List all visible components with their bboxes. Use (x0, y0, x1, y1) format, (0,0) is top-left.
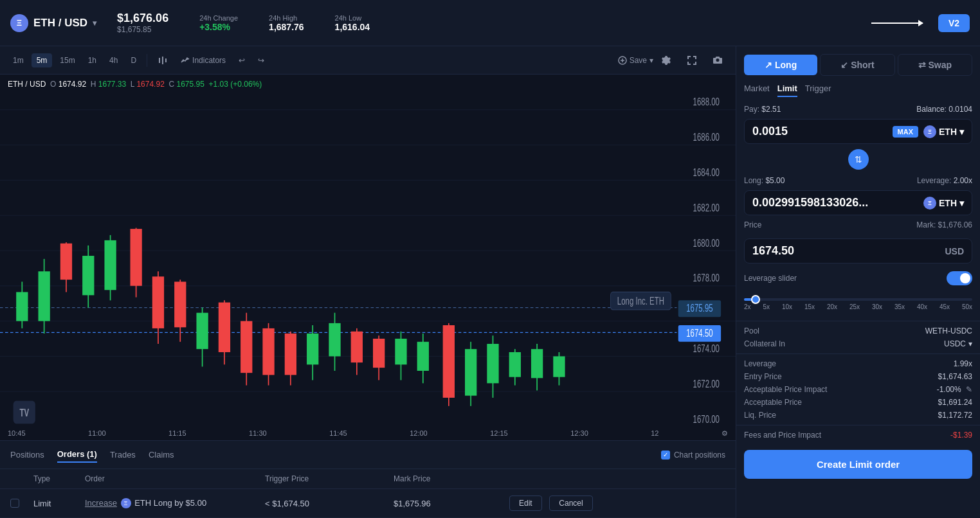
chart-xaxis: 10:45 11:00 11:15 11:30 11:45 12:00 12:1… (0, 427, 736, 440)
chart-positions-toggle[interactable]: ✓ Chart positions (661, 451, 725, 460)
slider-label-15x: 15x (804, 303, 815, 310)
orders-table: Type Order Trigger Price Mark Price Limi… (0, 469, 736, 518)
svg-rect-69 (443, 325, 455, 398)
pool-key: Pool (744, 326, 759, 335)
tab-orders[interactable]: Orders (1) (57, 447, 97, 463)
svg-rect-2 (165, 58, 167, 62)
xaxis-label: 11:30 (249, 429, 267, 438)
svg-text:1674.00: 1674.00 (693, 343, 720, 354)
svg-rect-37 (82, 256, 94, 295)
row-checkbox[interactable] (10, 499, 33, 508)
settings-btn[interactable] (656, 53, 676, 68)
price-row-labels: Price Mark: $1,676.06 (744, 220, 972, 229)
collateral-dropdown[interactable]: USDC ▾ (944, 339, 972, 348)
col-order: Order (85, 474, 265, 483)
pay-token-label: ETH (939, 127, 957, 137)
svg-rect-53 (262, 328, 274, 375)
slider-container: 2x 5x 10x 15x 20x 25x 30x 35x 40x 45x 50… (744, 290, 972, 313)
col-trigger: Trigger Price (265, 474, 394, 483)
svg-rect-77 (531, 349, 543, 378)
low-value: 1,616.04 (335, 22, 370, 32)
pair-icon: Ξ (10, 14, 28, 32)
timeframe-4h[interactable]: 4h (104, 53, 123, 67)
tab-positions[interactable]: Positions (10, 447, 44, 462)
timeframe-15m[interactable]: 15m (55, 53, 80, 67)
svg-text:1684.00: 1684.00 (693, 166, 720, 178)
col-mark: Mark Price (394, 474, 509, 483)
order-link[interactable]: Increase (85, 498, 117, 508)
long-token-selector[interactable]: Ξ ETH ▾ (923, 197, 964, 210)
svg-rect-75 (509, 352, 521, 377)
slider-label-35x: 35x (894, 303, 905, 310)
svg-text:1672.00: 1672.00 (693, 378, 720, 389)
timeframe-1m[interactable]: 1m (8, 53, 29, 67)
main-content: 1m 5m 15m 1h 4h D Indicators ↩ ↪ Save ▾ (0, 46, 980, 518)
leverage-slider-track[interactable] (744, 298, 972, 301)
swap-direction-button[interactable]: ⇅ (848, 149, 869, 170)
edit-price-impact-icon[interactable]: ✎ (966, 385, 972, 394)
cancel-button[interactable]: Cancel (549, 496, 592, 511)
long-input-group[interactable]: 0.002991598133026... Ξ ETH ▾ (744, 190, 972, 215)
timeframe-5m[interactable]: 5m (32, 53, 53, 67)
price-currency: USD (945, 246, 964, 256)
xaxis-label: 12:15 (490, 429, 508, 438)
long-token-chevron: ▾ (959, 198, 964, 208)
header-stat-low: 24h Low 1,616.04 (335, 14, 370, 32)
fullscreen-btn[interactable] (682, 53, 702, 68)
indicators-btn[interactable]: Indicators (176, 53, 231, 67)
redo-btn[interactable]: ↪ (253, 53, 269, 67)
timeframe-1h[interactable]: 1h (83, 53, 102, 67)
pay-token-selector[interactable]: Ξ ETH ▾ (923, 125, 964, 138)
xaxis-label: 12:00 (410, 429, 428, 438)
order-type-limit[interactable]: Limit (777, 84, 797, 97)
max-button[interactable]: MAX (893, 126, 918, 138)
order-type-cell: Limit (33, 499, 85, 508)
edit-button[interactable]: Edit (509, 496, 542, 511)
leverage-toggle[interactable] (947, 271, 972, 285)
change-value: +3.58% (199, 22, 238, 32)
liq-price-val: $1,172.72 (938, 411, 972, 420)
long-label: Long: $5.00 (744, 176, 785, 185)
timeframe-d[interactable]: D (125, 53, 141, 67)
price-value: 1674.50 (752, 244, 945, 258)
fees-key: Fees and Price Impact (744, 431, 821, 440)
indicators-label: Indicators (192, 56, 226, 65)
svg-rect-31 (16, 292, 28, 321)
save-btn[interactable]: Save ▾ (618, 56, 653, 65)
camera-btn[interactable] (707, 53, 728, 68)
create-order-button[interactable]: Create Limit order (744, 450, 972, 479)
svg-rect-67 (417, 342, 429, 371)
top-header: Ξ ETH / USD ▾ $1,676.06 $1,675.85 24h Ch… (0, 0, 980, 46)
tab-trades[interactable]: Trades (110, 447, 136, 462)
order-type-market[interactable]: Market (744, 84, 770, 97)
order-type-trigger[interactable]: Trigger (805, 84, 831, 97)
pay-input-group[interactable]: 0.0015 MAX Ξ ETH ▾ (744, 119, 972, 144)
right-panel: ↗ Long ↙ Short ⇄ Swap Market Limit Trigg… (736, 46, 980, 518)
long-token-label: ETH (939, 198, 957, 208)
svg-rect-49 (219, 303, 230, 352)
svg-text:1686.00: 1686.00 (693, 131, 720, 143)
tab-swap[interactable]: ⇄ Swap (898, 54, 972, 76)
ohlc-h-value: 1677.33 (98, 80, 126, 89)
svg-text:Long Inc. ETH: Long Inc. ETH (617, 295, 664, 307)
pair-selector[interactable]: Ξ ETH / USD ▾ (10, 14, 96, 32)
price-input-group[interactable]: 1674.50 USD (744, 238, 972, 263)
v2-button[interactable]: V2 (938, 14, 970, 32)
svg-rect-51 (240, 321, 252, 373)
undo-btn[interactable]: ↩ (233, 53, 250, 67)
chart-panel: 1m 5m 15m 1h 4h D Indicators ↩ ↪ Save ▾ (0, 46, 736, 518)
leverage-slider-thumb[interactable] (751, 295, 760, 304)
long-section-row: Long: $5.00 Leverage: 2.00x (744, 176, 972, 185)
tab-claims[interactable]: Claims (149, 447, 174, 462)
fees-val: -$1.39 (950, 431, 972, 440)
col-checkbox (10, 474, 33, 483)
chart-settings-icon[interactable]: ⚙ (721, 429, 728, 438)
toolbar-right (656, 53, 728, 68)
col-actions (509, 474, 725, 483)
svg-rect-43 (152, 276, 164, 328)
bar-type-btn[interactable] (152, 53, 173, 68)
tab-long[interactable]: ↗ Long (744, 55, 817, 75)
arrow-indicator (871, 22, 923, 24)
slider-labels: 2x 5x 10x 15x 20x 25x 30x 35x 40x 45x 50… (744, 303, 972, 310)
tab-short[interactable]: ↙ Short (820, 54, 894, 76)
